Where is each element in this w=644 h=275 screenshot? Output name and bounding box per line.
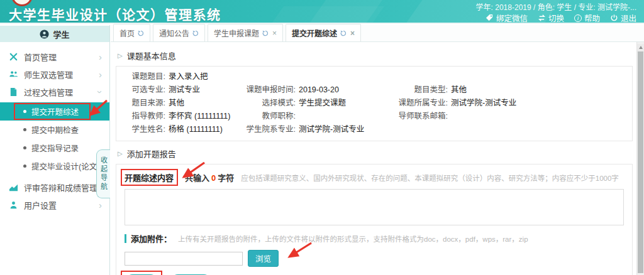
field-value: 杨格 (11111111) <box>169 123 223 136</box>
triangle-icon: ▷ <box>118 52 123 59</box>
info-row: 课题题目:录入录入把 <box>126 70 622 84</box>
bind-wechat-button[interactable]: 绑定微信 <box>486 12 528 24</box>
field-label: 指导教师: <box>126 110 165 123</box>
tools-icon <box>9 52 18 62</box>
field-value: 测试学院-测试专业 <box>299 123 364 136</box>
field-label: 课题所属专业: <box>394 97 448 110</box>
tab-student-apply-topic[interactable]: 学生申报课题 × <box>208 24 283 41</box>
tab-notice[interactable]: 通知公告 <box>153 24 205 41</box>
info-row: 指导教师:李怀宾 (11111111) 教师职称: 导师联系邮箱: <box>126 110 622 123</box>
field-value: 测试学院-测试专业 <box>451 97 516 110</box>
sidebar-role-header: 学生 <box>0 26 109 42</box>
info-row: 学生姓名:杨格 (11111111) 学生院系专业:测试学院-测试专业 <box>126 123 622 136</box>
document-icon <box>9 87 18 97</box>
bullet-icon <box>23 146 26 149</box>
chevron-up-icon <box>639 44 643 49</box>
switch-role-button[interactable]: 切换 <box>538 12 564 24</box>
field-value: 录入录入把 <box>169 70 208 84</box>
refresh-icon[interactable] <box>138 30 144 36</box>
field-label: 学生院系专业: <box>243 123 296 136</box>
header-actions: 绑定微信 切换 i 帮助 退出 <box>486 12 636 24</box>
session-meta: 学年: 2018-2019 / 角色: 学生 / 专业: 测试学院-... <box>476 1 636 12</box>
field-value: 学生提交课题 <box>299 97 346 110</box>
basic-info-panel: 课题题目:录入录入把 可选专业:测试专业 课题申报时间:2019-03-20 题… <box>116 66 633 141</box>
close-icon[interactable]: × <box>272 30 277 37</box>
field-label: 课题申报时间: <box>243 84 296 97</box>
chevron-right-icon: › <box>99 200 102 210</box>
app-title: 大学生毕业设计（论文）管理系统 <box>9 4 221 23</box>
sidebar-item-submit-thesis[interactable]: 提交毕业设计(论文) <box>0 157 109 175</box>
basic-info-section-title: ▷ 课题基本信息 <box>118 50 633 62</box>
browse-button[interactable]: 浏览 <box>248 250 279 267</box>
sidebar-item-submit-proposal[interactable]: 提交开题综述 <box>0 102 109 121</box>
sidebar-item-process-documents[interactable]: 过程文档管理 › <box>0 83 109 100</box>
help-icon: i <box>574 14 582 22</box>
vertical-scrollbar[interactable] <box>636 42 644 275</box>
field-value: 2019-03-20 <box>299 84 339 97</box>
sidebar-item-user-settings[interactable]: 用户设置 › <box>0 196 109 213</box>
chevron-right-icon: › <box>99 52 102 62</box>
app-header: 大学生毕业设计（论文）管理系统 学年: 2018-2019 / 角色: 学生 /… <box>0 0 644 24</box>
sidebar-item-review-defense-grades[interactable]: 评审答辩和成绩管理 › <box>0 178 109 196</box>
report-section-title: ▷ 添加开题报告 <box>118 148 633 159</box>
annotation-arrow-browse <box>282 242 314 263</box>
page-content: ▷ 课题基本信息 课题题目:录入录入把 可选专业:测试专业 课题申报时间:201… <box>111 42 636 275</box>
triangle-icon: ▷ <box>118 150 123 157</box>
char-count-value: 0 <box>211 173 216 183</box>
field-label: 教师职称: <box>243 110 296 123</box>
tab-submit-proposal[interactable]: 提交开题综述 × <box>286 24 361 41</box>
bullet-icon <box>23 128 26 131</box>
user-icon <box>9 200 18 210</box>
collapse-nav-tab[interactable]: 收起导航 <box>96 149 110 198</box>
tab-bar: 首页 通知公告 学生申报课题 × 提交开题综述 × <box>111 25 644 42</box>
field-value: 其他 <box>451 84 467 97</box>
sidebar-role-label: 学生 <box>53 28 69 40</box>
field-label: 题目来源: <box>126 97 165 110</box>
sidebar-item-home-management[interactable]: 首页管理 › <box>0 48 109 65</box>
refresh-icon[interactable] <box>340 30 347 36</box>
proposal-content-label: 开题综述内容 <box>125 173 174 183</box>
sidebar-item-submit-midterm-check[interactable]: 提交中期检查 <box>0 121 109 139</box>
field-label: 导师联系邮箱: <box>394 110 448 123</box>
people-icon <box>9 70 18 79</box>
sidebar-item-submit-guidance-record[interactable]: 提交指导记录 <box>0 139 109 157</box>
field-value: 其他 <box>169 97 184 110</box>
info-row: 可选专业:测试专业 课题申报时间:2019-03-20 题目类型:其他 <box>126 84 622 97</box>
file-upload-row: 浏览 <box>125 250 624 267</box>
main-area: 首页 通知公告 学生申报课题 × 提交开题综述 × ▷ 课题基本信息 课题题目:… <box>111 25 644 275</box>
logout-button[interactable]: 退出 <box>610 12 636 24</box>
field-label: 课题题目: <box>126 70 165 84</box>
logout-icon <box>610 14 618 22</box>
field-value: 测试专业 <box>169 84 200 97</box>
chevron-down-icon: › <box>96 90 105 94</box>
char-count: 共输入0字符 <box>185 171 234 183</box>
field-value: 李怀宾 (11111111) <box>169 110 230 123</box>
attachment-hint: 上传有关开题报告的附件，上传的文件将以附件的形式显示，支持附件格式为doc，do… <box>178 234 528 244</box>
content-hint: 应包括课题研究意义、国内外研究现状、存在的问题、本课题拟研究（设计）内容、研究方… <box>241 173 619 183</box>
accent-bar <box>125 234 126 243</box>
refresh-icon[interactable] <box>192 30 199 36</box>
field-label: 选择模式: <box>243 97 296 110</box>
user-circle-icon <box>40 30 49 39</box>
wechat-bind-icon <box>486 14 494 22</box>
process-documents-submenu: 提交开题综述 提交中期检查 提交指导记录 提交毕业设计(论文) <box>0 100 109 178</box>
attachment-label: 添加附件： <box>131 232 172 244</box>
annotation-arrow-sidebar <box>74 99 111 122</box>
sidebar-item-teacher-student-selection[interactable]: 师生双选管理 › <box>0 65 109 83</box>
bullet-icon <box>23 164 26 168</box>
field-label: 学生姓名: <box>126 123 165 136</box>
report-panel: 开题综述内容 共输入0字符 应包括课题研究意义、国内外研究现状、存在的问题、本课… <box>116 164 633 275</box>
close-icon[interactable]: × <box>350 30 355 37</box>
help-button[interactable]: i 帮助 <box>574 12 600 24</box>
chart-icon <box>9 183 18 192</box>
tab-home[interactable]: 首页 <box>113 24 150 41</box>
scrollbar-thumb[interactable] <box>638 51 643 273</box>
refresh-icon[interactable] <box>262 30 269 36</box>
proposal-content-textarea[interactable] <box>125 189 624 225</box>
info-row: 题目来源:其他 选择模式:学生提交课题 课题所属专业:测试学院-测试专业 <box>126 97 622 110</box>
report-header-row: 开题综述内容 共输入0字符 应包括课题研究意义、国内外研究现状、存在的问题、本课… <box>125 171 624 183</box>
chevron-right-icon: › <box>99 70 102 79</box>
file-path-input[interactable] <box>125 252 243 266</box>
attachment-header-row: 添加附件： 上传有关开题报告的附件，上传的文件将以附件的形式显示，支持附件格式为… <box>125 232 624 244</box>
sidebar: 学生 首页管理 › 师生双选管理 › 过程文档管理 › 提交开题综述 <box>0 25 110 275</box>
